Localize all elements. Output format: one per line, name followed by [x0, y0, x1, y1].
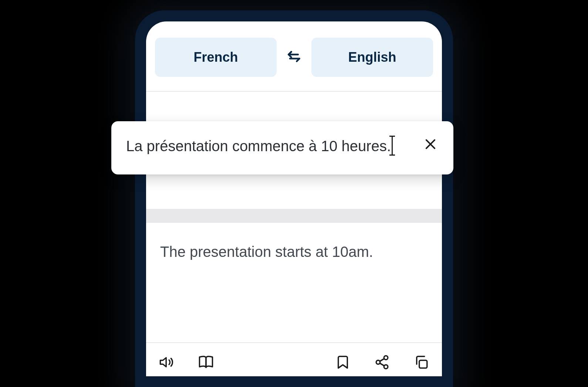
target-language-selector[interactable]: English [311, 38, 433, 77]
source-text-card: La présentation commence à 10 heures. [111, 121, 453, 174]
text-cursor-icon [392, 137, 393, 155]
clear-input-button[interactable] [422, 137, 439, 153]
source-text-input[interactable]: La présentation commence à 10 heures. [126, 135, 415, 157]
svg-rect-5 [419, 360, 427, 368]
source-language-selector[interactable]: French [155, 38, 277, 77]
divider [146, 91, 442, 92]
copy-button[interactable] [412, 354, 430, 372]
app-screen: French English [146, 21, 442, 376]
target-language-label: English [348, 50, 396, 65]
svg-line-3 [380, 359, 384, 361]
close-icon [424, 138, 437, 152]
translation-output-section: The presentation starts at 10am. [146, 223, 442, 262]
toolbar-right-group [334, 354, 430, 372]
swap-languages-button[interactable] [281, 44, 307, 70]
source-language-label: French [193, 50, 238, 65]
svg-line-4 [380, 363, 384, 366]
language-selector-row: French English [146, 21, 442, 91]
book-icon [198, 354, 214, 371]
speak-button[interactable] [158, 354, 176, 372]
swap-icon [286, 48, 302, 66]
share-icon [374, 354, 390, 371]
share-button[interactable] [373, 354, 391, 372]
section-separator [146, 209, 442, 223]
phone-frame: French English [135, 10, 453, 387]
bottom-toolbar [146, 342, 442, 376]
bookmark-icon [335, 354, 351, 371]
bookmark-button[interactable] [334, 354, 352, 372]
source-text-value: La présentation commence à 10 heures. [126, 138, 391, 154]
dictionary-button[interactable] [197, 354, 215, 372]
copy-icon [413, 354, 429, 371]
translation-output-text: The presentation starts at 10am. [160, 241, 428, 262]
toolbar-left-group [158, 354, 215, 372]
speaker-icon [159, 354, 175, 371]
